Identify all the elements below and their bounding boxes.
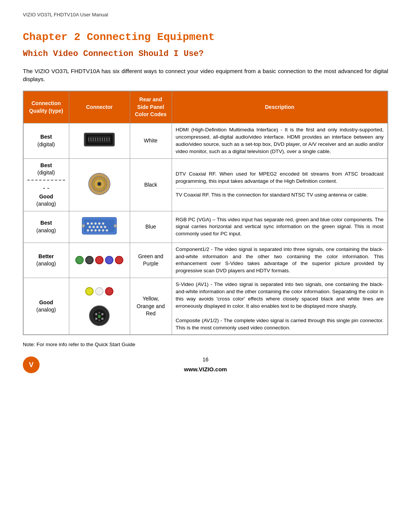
vizio-logo: V bbox=[23, 356, 40, 373]
circle-black1 bbox=[85, 256, 94, 264]
hdmi-icon bbox=[80, 129, 118, 150]
circle-yellow bbox=[85, 287, 94, 296]
svg-point-22 bbox=[94, 222, 97, 225]
table-row: Best (analog) bbox=[23, 211, 388, 243]
svg-point-44 bbox=[99, 312, 100, 313]
svg-point-30 bbox=[87, 229, 89, 232]
col-header-connector: Connector bbox=[69, 91, 130, 123]
table-row: Best (digital) bbox=[23, 123, 388, 158]
svg-point-24 bbox=[102, 222, 104, 225]
svg-point-20 bbox=[87, 222, 89, 225]
footer-center: 16 www.VIZIO.com bbox=[184, 356, 227, 373]
desc-divider bbox=[176, 188, 384, 189]
col-header-description: Description bbox=[172, 91, 388, 123]
quality-better-analog: Better (analog) bbox=[23, 243, 69, 278]
note-text: Note: For more info refer to the Quick S… bbox=[23, 341, 388, 348]
section-title: Which Video Connection Should I Use? bbox=[23, 48, 388, 60]
svg-point-36 bbox=[82, 224, 85, 227]
table-row: Good (analog) bbox=[23, 278, 388, 335]
desc-component: Component1/2 - The video signal is separ… bbox=[172, 243, 388, 278]
svg-point-31 bbox=[91, 229, 93, 232]
desc-coaxial: DTV Coaxial RF. When used for MPEG2 enco… bbox=[172, 158, 388, 211]
svg-point-33 bbox=[98, 229, 100, 232]
svg-point-27 bbox=[96, 226, 99, 228]
table-row: Best (digital) - - Good (analog) bbox=[23, 158, 388, 211]
circle-blue bbox=[105, 256, 113, 264]
svg-point-16 bbox=[97, 182, 101, 186]
table-row: Better (analog) Green and Purple Compone… bbox=[23, 243, 388, 278]
svg-point-43 bbox=[101, 318, 104, 320]
connector-vga bbox=[69, 211, 130, 243]
svg-point-21 bbox=[91, 222, 93, 225]
quality-good-analog: Good (analog) bbox=[23, 278, 69, 335]
color-white: White bbox=[130, 123, 172, 158]
circle-red bbox=[95, 256, 104, 264]
col-header-quality: Connection Quality (type) bbox=[23, 91, 69, 123]
svg-point-37 bbox=[114, 224, 117, 227]
svg-point-25 bbox=[89, 226, 91, 228]
svg-point-45 bbox=[99, 320, 100, 321]
svg-point-42 bbox=[95, 318, 97, 320]
svg-point-32 bbox=[94, 229, 97, 232]
desc-vga: RGB PC (VGA) – This video input has sepa… bbox=[172, 211, 388, 243]
circle-red2 bbox=[115, 256, 123, 264]
color-blue: Blue bbox=[130, 211, 172, 243]
svg-point-23 bbox=[98, 222, 100, 225]
svg-text:V: V bbox=[29, 361, 33, 369]
desc-svideo-composite: S-Video (AV1) - The video signal is sepa… bbox=[172, 278, 388, 335]
svg-rect-46 bbox=[98, 315, 100, 318]
connector-hdmi bbox=[69, 123, 130, 158]
chapter-title: Chapter 2 Connecting Equipment bbox=[23, 30, 388, 45]
svg-point-26 bbox=[92, 226, 95, 228]
intro-text: The VIZIO VO37L FHDTV10A has six differe… bbox=[23, 67, 388, 83]
footer-left: V bbox=[23, 356, 40, 373]
quality-digital-analog: Best (digital) - - Good (analog) bbox=[23, 158, 69, 211]
svg-point-40 bbox=[95, 313, 97, 315]
svg-rect-2 bbox=[88, 136, 111, 143]
coaxial-icon bbox=[86, 171, 113, 197]
quality-best-analog: Best (analog) bbox=[23, 211, 69, 243]
svg-point-41 bbox=[101, 313, 104, 315]
connector-coaxial bbox=[69, 158, 130, 211]
color-green-purple: Green and Purple bbox=[130, 243, 172, 278]
connector-svideo-composite bbox=[69, 278, 130, 335]
circle-green bbox=[75, 256, 84, 264]
av-circles bbox=[73, 287, 126, 296]
col-header-color: Rear and Side Panel Color Codes bbox=[130, 91, 172, 123]
page-header: VIZIO VO37L FHDTV10A User Manual bbox=[23, 11, 388, 18]
color-black: Black bbox=[130, 158, 172, 211]
component-circles bbox=[73, 256, 126, 264]
footer: V 16 www.VIZIO.com bbox=[23, 356, 388, 373]
connection-table: Connection Quality (type) Connector Rear… bbox=[23, 91, 388, 335]
svg-point-35 bbox=[106, 229, 108, 232]
svg-point-34 bbox=[102, 229, 104, 232]
circle-red3 bbox=[105, 287, 113, 296]
vga-icon bbox=[80, 214, 118, 237]
svideo-icon bbox=[88, 304, 111, 327]
desc-hdmi: HDMI (High-Definition Multimedia Interfa… bbox=[172, 123, 388, 158]
svg-point-28 bbox=[100, 226, 102, 228]
connector-component bbox=[69, 243, 130, 278]
quality-best-digital-1: Best (digital) bbox=[23, 123, 69, 158]
svg-point-29 bbox=[104, 226, 106, 228]
circle-white bbox=[95, 287, 104, 296]
color-yellow-orange-red: Yellow, Orange and Red bbox=[130, 278, 172, 335]
